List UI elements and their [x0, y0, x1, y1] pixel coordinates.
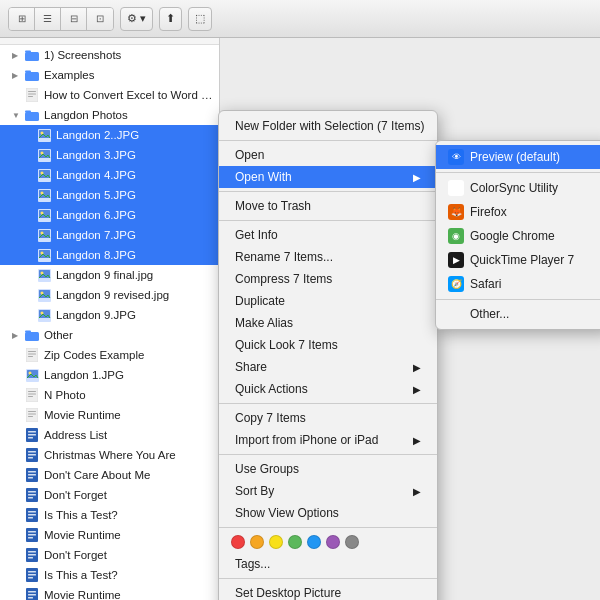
list-item-langdon-photos[interactable]: ▼Langdon Photos [0, 105, 219, 125]
list-item-langdon7[interactable]: Langdon 7.JPG [0, 225, 219, 245]
list-item-langdon9final[interactable]: Langdon 9 final.jpg [0, 265, 219, 285]
list-view-btn[interactable]: ☰ [35, 8, 61, 30]
menu-item-quick-actions[interactable]: Quick Actions▶ [219, 378, 437, 400]
list-item-langdon4[interactable]: Langdon 4.JPG [0, 165, 219, 185]
view-switcher[interactable]: ⊞ ☰ ⊟ ⊡ [8, 7, 114, 31]
gallery-view-btn[interactable]: ⊡ [87, 8, 113, 30]
tag-dot-4[interactable] [307, 535, 321, 549]
menu-item-open[interactable]: Open [219, 144, 437, 166]
action-btn[interactable]: ⚙ ▾ [120, 7, 153, 31]
svg-rect-58 [28, 431, 36, 433]
list-item-dont-forget1[interactable]: Don't Forget [0, 485, 219, 505]
submenu-item-label: Google Chrome [470, 229, 555, 243]
icon-view-btn[interactable]: ⊞ [9, 8, 35, 30]
menu-item-make-alias[interactable]: Make Alias [219, 312, 437, 334]
menu-item-label: Open With [235, 170, 292, 184]
column-view-btn[interactable]: ⊟ [61, 8, 87, 30]
list-item-dont-forget2[interactable]: Don't Forget [0, 545, 219, 565]
menu-item-tags-label[interactable]: Tags... [219, 553, 437, 575]
item-label: Langdon 2..JPG [56, 129, 139, 141]
submenu-item-colorsync[interactable]: ◎ColorSync Utility [436, 176, 600, 200]
submenu-chevron: ▶ [413, 172, 421, 183]
submenu-item-preview[interactable]: 👁Preview (default) [436, 145, 600, 169]
tag-dot-3[interactable] [288, 535, 302, 549]
svg-rect-74 [28, 511, 36, 513]
list-item-screenshots[interactable]: ▶1) Screenshots [0, 45, 219, 65]
app-icon-firefox: 🦊 [448, 204, 464, 220]
tag-dot-0[interactable] [231, 535, 245, 549]
menu-item-use-groups[interactable]: Use Groups [219, 458, 437, 480]
tag-dot-5[interactable] [326, 535, 340, 549]
list-item-is-this2[interactable]: Is This a Test? [0, 565, 219, 585]
submenu-item-quicktime[interactable]: ▶QuickTime Player 7 [436, 248, 600, 272]
submenu-item-safari[interactable]: 🧭Safari [436, 272, 600, 296]
submenu-chevron: ▶ [413, 362, 421, 373]
list-item-langdon2[interactable]: Langdon 2..JPG [0, 125, 219, 145]
list-item-christmas[interactable]: Christmas Where You Are [0, 445, 219, 465]
svg-rect-3 [25, 71, 31, 73]
menu-item-new-folder[interactable]: New Folder with Selection (7 Items) [219, 115, 437, 137]
doc-icon [24, 88, 40, 102]
list-item-examples[interactable]: ▶Examples [0, 65, 219, 85]
tag-btn[interactable]: ⬚ [188, 7, 212, 31]
list-item-langdon9[interactable]: Langdon 9.JPG [0, 305, 219, 325]
menu-item-duplicate[interactable]: Duplicate [219, 290, 437, 312]
menu-item-move-trash[interactable]: Move to Trash [219, 195, 437, 217]
item-label: Langdon 3.JPG [56, 149, 136, 161]
doc-icon [24, 348, 40, 362]
submenu-item-firefox[interactable]: 🦊Firefox [436, 200, 600, 224]
svg-rect-88 [28, 577, 33, 579]
list-item-langdon5[interactable]: Langdon 5.JPG [0, 185, 219, 205]
list-item-n-photo[interactable]: N Photo [0, 385, 219, 405]
svg-rect-49 [26, 388, 38, 402]
svg-rect-75 [28, 514, 36, 516]
list-item-how-to[interactable]: How to Convert Excel to Word Labels [0, 85, 219, 105]
menu-item-open-with[interactable]: Open With▶ [219, 166, 437, 188]
menu-item-set-desktop[interactable]: Set Desktop Picture [219, 582, 437, 600]
menu-item-label: Sort By [235, 484, 274, 498]
list-item-langdon8[interactable]: Langdon 8.JPG [0, 245, 219, 265]
list-item-langdon6[interactable]: Langdon 6.JPG [0, 205, 219, 225]
list-item-movie-runtime3[interactable]: Movie Runtime [0, 585, 219, 600]
svg-rect-66 [28, 471, 36, 473]
list-item-is-this1[interactable]: Is This a Test? [0, 505, 219, 525]
tag-dot-2[interactable] [269, 535, 283, 549]
tag-dot-6[interactable] [345, 535, 359, 549]
list-item-langdon1[interactable]: Langdon 1.JPG [0, 365, 219, 385]
menu-item-import[interactable]: Import from iPhone or iPad▶ [219, 429, 437, 451]
app-icon-quicktime: ▶ [448, 252, 464, 268]
share-btn[interactable]: ⬆ [159, 7, 182, 31]
item-label: Don't Care About Me [44, 469, 150, 481]
submenu-item-other[interactable]: Other... [436, 303, 600, 325]
list-item-dont-care[interactable]: Don't Care About Me [0, 465, 219, 485]
list-item-langdon3[interactable]: Langdon 3.JPG [0, 145, 219, 165]
item-label: Movie Runtime [44, 409, 121, 421]
item-label: Christmas Where You Are [44, 449, 176, 461]
list-item-zip-codes[interactable]: Zip Codes Example [0, 345, 219, 365]
svg-rect-54 [28, 411, 36, 412]
submenu-item-chrome[interactable]: ◉Google Chrome [436, 224, 600, 248]
tag-dot-1[interactable] [250, 535, 264, 549]
menu-item-compress[interactable]: Compress 7 Items [219, 268, 437, 290]
list-item-movie-runtime1[interactable]: Movie Runtime [0, 405, 219, 425]
list-item-other[interactable]: ▶Other [0, 325, 219, 345]
list-item-address-list[interactable]: Address List [0, 425, 219, 445]
menu-item-rename[interactable]: Rename 7 Items... [219, 246, 437, 268]
menu-item-share[interactable]: Share▶ [219, 356, 437, 378]
gear-icon: ⚙ [127, 12, 137, 25]
list-item-movie-runtime2[interactable]: Movie Runtime [0, 525, 219, 545]
menu-item-label: Tags... [235, 557, 270, 571]
list-item-langdon9revised[interactable]: Langdon 9 revised.jpg [0, 285, 219, 305]
toolbar: ⊞ ☰ ⊟ ⊡ ⚙ ▾ ⬆ ⬚ [0, 0, 600, 38]
doc-blue-icon [24, 588, 40, 600]
menu-item-label: Compress 7 Items [235, 272, 332, 286]
menu-item-show-view[interactable]: Show View Options [219, 502, 437, 524]
menu-item-copy-items[interactable]: Copy 7 Items [219, 407, 437, 429]
doc-blue-icon [24, 428, 40, 442]
item-label: Langdon 7.JPG [56, 229, 136, 241]
item-label: Langdon 4.JPG [56, 169, 136, 181]
menu-item-quick-look[interactable]: Quick Look 7 Items [219, 334, 437, 356]
svg-rect-9 [25, 111, 31, 113]
menu-item-sort-by[interactable]: Sort By▶ [219, 480, 437, 502]
menu-item-get-info[interactable]: Get Info [219, 224, 437, 246]
